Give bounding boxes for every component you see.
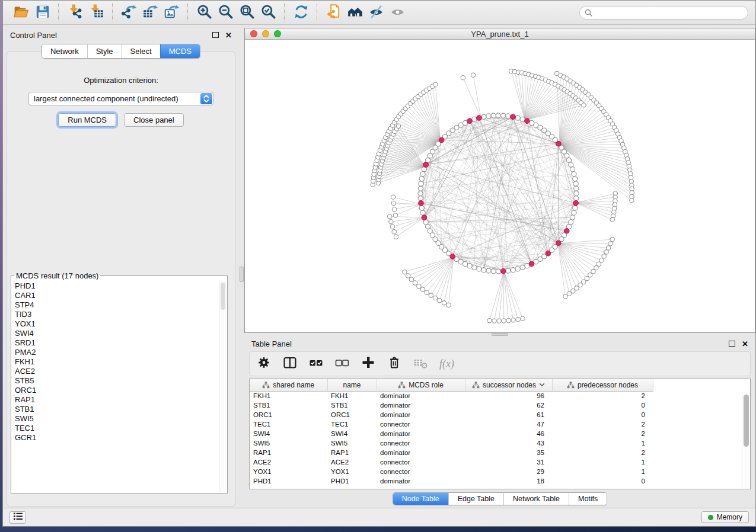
network-node[interactable] (566, 158, 571, 162)
network-node[interactable] (570, 215, 575, 220)
network-node[interactable] (596, 262, 601, 266)
network-node[interactable] (574, 186, 579, 191)
close-panel-icon[interactable]: ✕ (225, 31, 232, 39)
dominator-node[interactable] (546, 251, 551, 257)
share-document-button[interactable] (323, 2, 344, 23)
network-node[interactable] (422, 167, 426, 172)
table-row[interactable]: SWI5SWI5connector431 (250, 438, 750, 448)
table-row[interactable]: FKH1FKH1dominator962 (250, 391, 750, 400)
dominator-node[interactable] (500, 268, 506, 274)
mcds-result-node[interactable]: PMA2 (12, 348, 219, 357)
network-node[interactable] (403, 270, 407, 274)
unselect-all-rows-button[interactable] (335, 356, 349, 371)
network-node[interactable] (506, 268, 511, 273)
network-node[interactable] (594, 265, 598, 270)
network-node[interactable] (516, 317, 520, 321)
criterion-select[interactable]: largest connected component (undirected) (28, 92, 213, 105)
horizontal-splitter[interactable] (244, 333, 755, 336)
network-node[interactable] (388, 214, 392, 219)
network-node[interactable] (409, 277, 413, 281)
dominator-node[interactable] (450, 254, 455, 259)
dominator-node[interactable] (525, 118, 530, 124)
network-node[interactable] (606, 246, 610, 250)
network-node[interactable] (588, 273, 592, 277)
hide-selected-button[interactable] (365, 2, 387, 23)
network-node[interactable] (521, 316, 525, 321)
network-node[interactable] (391, 195, 395, 199)
network-node[interactable] (496, 113, 500, 118)
column-header-MCDS-role[interactable]: MCDS role (377, 379, 465, 391)
network-node[interactable] (433, 296, 437, 300)
tab-select[interactable]: Select (122, 44, 160, 58)
network-node[interactable] (515, 116, 520, 120)
delete-column-button[interactable] (387, 356, 401, 371)
zoom-in-button[interactable] (193, 2, 215, 23)
network-canvas[interactable] (245, 40, 755, 332)
split-panel-button[interactable] (283, 356, 297, 371)
network-node[interactable] (563, 294, 567, 299)
network-node[interactable] (396, 124, 400, 128)
dominator-node[interactable] (573, 201, 579, 206)
select-all-rows-button[interactable] (309, 356, 323, 371)
network-node[interactable] (572, 210, 576, 215)
network-node[interactable] (423, 220, 428, 225)
mcds-result-node[interactable]: PHD1 (12, 281, 219, 291)
network-node[interactable] (573, 206, 578, 210)
network-node[interactable] (467, 264, 472, 268)
table-scrollbar[interactable] (742, 392, 749, 488)
network-node[interactable] (572, 172, 576, 177)
tab-style[interactable]: Style (87, 44, 122, 58)
network-node[interactable] (604, 250, 608, 254)
network-node[interactable] (569, 220, 573, 225)
save-session-button[interactable] (31, 2, 53, 23)
network-node[interactable] (472, 117, 477, 121)
network-node[interactable] (582, 103, 586, 107)
zoom-selected-button[interactable] (257, 2, 279, 23)
close-window-icon[interactable] (250, 30, 257, 37)
network-node[interactable] (433, 82, 438, 86)
network-node[interactable] (418, 191, 423, 196)
mcds-result-node[interactable]: GCR1 (12, 433, 219, 443)
network-node[interactable] (602, 254, 606, 258)
mcds-result-node[interactable]: STP4 (12, 300, 219, 310)
network-node[interactable] (477, 267, 481, 271)
network-node[interactable] (471, 73, 475, 77)
network-node[interactable] (502, 319, 506, 323)
network-node[interactable] (481, 114, 486, 119)
tab-motifs[interactable]: Motifs (569, 493, 607, 505)
import-network-button[interactable] (64, 2, 85, 23)
mcds-result-node[interactable]: YOX1 (12, 319, 219, 329)
add-column-button[interactable] (361, 356, 375, 371)
network-node[interactable] (446, 303, 451, 307)
network-node[interactable] (419, 181, 423, 186)
column-header-successor-nodes[interactable]: successor nodes (465, 379, 552, 391)
horizontal-splitter-handle[interactable] (492, 333, 508, 336)
close-table-panel-icon[interactable]: ✕ (742, 340, 748, 348)
export-table-button[interactable] (139, 2, 161, 23)
network-node[interactable] (461, 75, 465, 79)
dominator-node[interactable] (511, 114, 516, 120)
dominator-node[interactable] (564, 229, 570, 234)
network-node[interactable] (578, 283, 582, 287)
network-node[interactable] (406, 274, 410, 278)
search-box[interactable] (579, 6, 748, 20)
export-image-button[interactable] (161, 2, 182, 23)
network-node[interactable] (515, 267, 520, 271)
network-node[interactable] (413, 281, 417, 285)
table-row[interactable]: YOX1YOX1connector291 (250, 467, 750, 476)
network-node[interactable] (506, 114, 511, 118)
network-node[interactable] (491, 113, 496, 118)
network-node[interactable] (425, 290, 429, 294)
tab-network[interactable]: Network (42, 44, 87, 58)
table-row[interactable]: ACE2ACE2connector311 (250, 457, 750, 467)
dominator-node[interactable] (529, 261, 534, 267)
table-scrollbar-thumb[interactable] (744, 395, 749, 447)
dominator-node[interactable] (439, 137, 444, 143)
network-node[interactable] (391, 201, 395, 205)
network-node[interactable] (418, 196, 423, 201)
network-node[interactable] (393, 213, 397, 217)
network-node[interactable] (491, 269, 496, 274)
mcds-result-node[interactable]: RAP1 (12, 395, 219, 405)
dominator-node[interactable] (423, 162, 429, 168)
mcds-result-node[interactable]: TID3 (12, 310, 219, 319)
